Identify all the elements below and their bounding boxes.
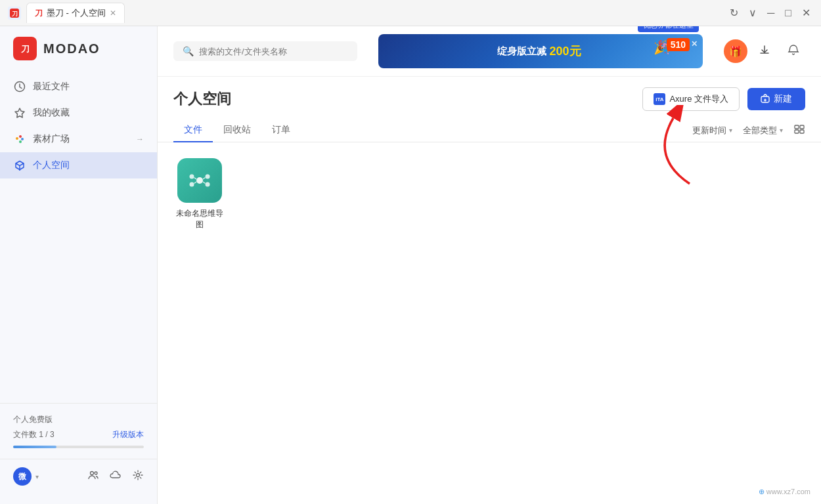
svg-text:刀: 刀 [11, 10, 18, 17]
banner-badge: 510 [667, 38, 690, 51]
watermark-icon: ⊕ [759, 488, 765, 495]
avatar[interactable]: 微 [13, 467, 32, 486]
sidebar-bottom: 个人免费版 文件数 1 / 3 升级版本 [0, 403, 157, 459]
maximize-btn[interactable]: □ [785, 7, 791, 19]
file-grid: 未命名思维导图 [158, 142, 821, 504]
svg-point-7 [21, 138, 24, 140]
materials-arrow: → [136, 135, 144, 144]
page-header: 个人空间 iTA Axure 文件导入 新建 [158, 77, 821, 111]
svg-line-23 [203, 178, 206, 180]
axure-btn-label: Axure 文件导入 [669, 93, 728, 105]
header-actions: iTA Axure 文件导入 新建 [642, 87, 805, 111]
svg-point-18 [190, 175, 194, 179]
svg-rect-14 [800, 125, 804, 129]
file-icon [177, 158, 222, 203]
clock-icon [13, 80, 26, 93]
svg-point-5 [16, 137, 18, 140]
view-toggle-button[interactable] [793, 123, 805, 138]
svg-text:刀: 刀 [20, 44, 30, 54]
logo-text: MODAO [43, 41, 100, 56]
progress-bar-fill [13, 446, 56, 448]
sidebar-item-recent[interactable]: 最近文件 [0, 74, 157, 100]
svg-rect-16 [800, 130, 804, 133]
sort-button[interactable]: 更新时间 ▾ [692, 125, 732, 136]
banner-close-btn[interactable]: ✕ [691, 39, 698, 49]
upgrade-button[interactable]: 升级版本 [112, 429, 144, 440]
sidebar-item-materials[interactable]: 素材广场 → [0, 126, 157, 152]
progress-bar-bg [13, 446, 144, 448]
cloud-icon[interactable] [110, 469, 122, 484]
tab-close-btn[interactable]: ✕ [110, 9, 116, 18]
filter-button[interactable]: 全部类型 ▾ [743, 125, 783, 136]
app-icon: 刀 [8, 7, 21, 20]
sort-chevron-icon: ▾ [729, 127, 732, 134]
download-button[interactable] [753, 39, 776, 63]
titlebar: 刀 刀 墨刀 - 个人空间 ✕ ↻ ∨ ─ □ ✕ [0, 0, 821, 26]
banner-highlight: 200元 [549, 43, 581, 59]
sidebar-footer: 微 ▾ [0, 459, 157, 494]
notification-button[interactable] [782, 39, 805, 63]
footer-icons [87, 469, 144, 484]
download-icon [759, 44, 770, 58]
browser-tab[interactable]: 刀 墨刀 - 个人空间 ✕ [26, 3, 125, 23]
svg-point-10 [95, 472, 97, 474]
search-box[interactable]: 🔍 [173, 41, 357, 61]
bell-icon [788, 44, 799, 58]
close-btn[interactable]: ✕ [802, 7, 810, 19]
svg-point-17 [196, 177, 203, 184]
new-button[interactable]: 新建 [747, 88, 805, 110]
avatar-text: 微 [18, 471, 26, 482]
favorites-label: 我的收藏 [33, 107, 70, 119]
svg-line-22 [194, 178, 197, 180]
sidebar-item-favorites[interactable]: 我的收藏 [0, 100, 157, 126]
recent-label: 最近文件 [33, 81, 70, 93]
svg-point-11 [137, 474, 140, 477]
chevron-down-icon: ▾ [35, 473, 39, 480]
file-item-mindmap[interactable]: 未命名思维导图 [173, 158, 226, 488]
new-icon [761, 94, 770, 105]
topbar-icons: 🎁 [724, 39, 805, 63]
filter-chevron-icon: ▾ [780, 127, 783, 134]
page-title: 个人空间 [173, 89, 231, 109]
materials-label: 素材广场 [33, 133, 70, 145]
search-input[interactable] [199, 47, 330, 56]
watermark: ⊕ www.xz7.com [759, 488, 810, 496]
banner-area: 优惠券都在这里 绽身版立减 200元 🎉 510 ✕ [378, 34, 703, 68]
tab-icon: 刀 [35, 8, 43, 19]
logo-icon: 刀 [13, 37, 37, 60]
coupon-tooltip: 优惠券都在这里 [638, 26, 699, 32]
sidebar-item-personal[interactable]: 个人空间 [0, 152, 157, 178]
axure-icon: iTA [654, 93, 665, 105]
tab-orders[interactable]: 订单 [261, 119, 301, 142]
new-btn-label: 新建 [774, 93, 792, 105]
version-label: 个人免费版 [13, 414, 144, 425]
file-count-row: 文件数 1 / 3 升级版本 [13, 429, 144, 440]
refresh-btn[interactable]: ↻ [730, 7, 738, 19]
svg-point-6 [19, 135, 22, 138]
tab-trash[interactable]: 回收站 [213, 119, 261, 142]
svg-point-9 [91, 472, 94, 475]
star-icon [13, 106, 26, 119]
palette-icon [13, 133, 26, 146]
gift-icon: 🎁 [729, 45, 742, 58]
svg-line-25 [203, 182, 206, 184]
tabs-left: 文件 回收站 订单 [173, 119, 301, 142]
svg-point-20 [190, 182, 194, 187]
gift-button[interactable]: 🎁 [724, 39, 747, 63]
team-icon[interactable] [87, 469, 99, 484]
axure-import-button[interactable]: iTA Axure 文件导入 [642, 87, 740, 111]
topbar: 🔍 优惠券都在这里 绽身版立减 200元 🎉 510 ✕ [158, 26, 821, 77]
search-icon: 🔍 [183, 46, 194, 56]
personal-label: 个人空间 [33, 159, 70, 171]
svg-line-24 [194, 182, 197, 184]
svg-point-19 [206, 175, 210, 179]
file-name: 未命名思维导图 [173, 208, 226, 230]
tab-files[interactable]: 文件 [173, 119, 213, 142]
sidebar: 刀 MODAO 最近文件 我的收藏 素材广场 [0, 26, 158, 504]
promo-banner[interactable]: 绽身版立减 200元 🎉 510 ✕ [378, 34, 703, 68]
filter-label: 全部类型 [743, 125, 777, 136]
titlebar-left: 刀 刀 墨刀 - 个人空间 ✕ [8, 3, 125, 23]
chevron-btn[interactable]: ∨ [749, 7, 757, 19]
minimize-btn[interactable]: ─ [767, 7, 774, 19]
settings-icon[interactable] [132, 469, 144, 484]
